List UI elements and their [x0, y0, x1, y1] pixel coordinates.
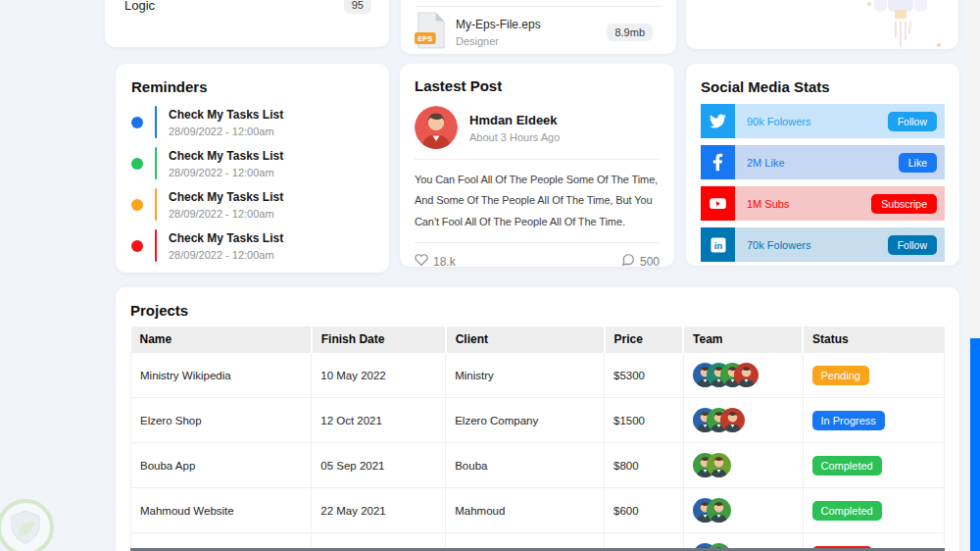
file-size-badge: 8.9mb: [607, 24, 653, 41]
reminder-color-bar: [155, 188, 157, 221]
project-price: $800: [605, 443, 684, 488]
social-stat-label: 1M Subs: [747, 198, 789, 210]
project-finish-date: 22 May 2021: [312, 488, 446, 533]
svg-text:in: in: [713, 241, 722, 251]
divider: [415, 242, 660, 243]
twitter-icon: [701, 104, 735, 138]
author-name: Hmdan Eldeek: [469, 113, 560, 127]
reminder-color-bar: [155, 229, 157, 262]
reminder-item: Check My Tasks List 28/09/2022 - 12:00am: [131, 188, 373, 221]
project-status-badge: Pending: [812, 366, 869, 385]
social-row: 2M Like Like: [701, 145, 945, 179]
project-price: $1500: [605, 398, 684, 443]
team-avatar: [707, 453, 731, 477]
reminder-color-bar: [155, 106, 157, 138]
eps-file-icon: EPS: [415, 12, 446, 53]
file-owner: Designer: [456, 35, 541, 47]
scrollbar-thumb[interactable]: [970, 338, 980, 551]
post-body: You Can Fool All Of The People Some Of T…: [415, 170, 660, 232]
reminders-list: Check My Tasks List 28/09/2022 - 12:00am…: [131, 106, 373, 262]
project-status-badge: Completed: [812, 456, 882, 476]
project-client: Bouba: [446, 443, 605, 488]
team-avatar: [734, 363, 759, 387]
project-finish-date: 12 Oct 2021: [312, 398, 446, 443]
search-item-count-badge: 95: [344, 0, 371, 14]
post-author-row: Hmdan Eldeek About 3 Hours Ago: [415, 106, 660, 149]
project-row: Mahmoud Website 22 May 2021 Mahmoud $600…: [131, 488, 945, 533]
project-status-badge: Completed: [812, 501, 882, 521]
comments-counter[interactable]: 500: [621, 253, 660, 270]
project-team: [693, 363, 794, 387]
reminder-title: Check My Tasks List: [169, 108, 283, 122]
project-finish-date: 05 Sep 2021: [312, 443, 446, 488]
file-row[interactable]: EPS My-Eps-File.eps Designer 8.9mb: [415, 12, 653, 53]
project-row: Bouba App 05 Sep 2021 Bouba $800 Complet…: [131, 443, 945, 488]
projects-table-body: Ministry Wikipedia 10 May 2022 Ministry …: [131, 353, 945, 551]
reminder-dot: [131, 240, 143, 252]
reminder-item: Check My Tasks List 28/09/2022 - 12:00am: [131, 106, 373, 138]
column-header: Client: [446, 326, 605, 353]
project-price: $600: [605, 488, 684, 533]
reminder-title: Check My Tasks List: [169, 190, 283, 204]
column-header: Team: [683, 326, 803, 353]
social-media-stats-card: Social Media Stats 90k Folowers Follow 2…: [686, 64, 959, 266]
post-title: Lastest Post: [415, 77, 660, 94]
social-stat-label: 90k Folowers: [747, 116, 810, 127]
social-title: Social Media Stats: [701, 78, 945, 95]
comments-count: 500: [640, 255, 660, 269]
linkedin-icon: in: [701, 227, 735, 262]
reminder-title: Check My Tasks List: [169, 149, 283, 163]
social-row: in 70k Folowers Follow: [701, 227, 945, 262]
latest-uploads-card: EPS My-Eps-File.eps Designer 8.9mb: [401, 0, 676, 54]
heart-icon: [415, 253, 428, 270]
reminders-title: Reminders: [131, 78, 373, 95]
reminder-datetime: 28/09/2022 - 12:00am: [169, 249, 283, 261]
comment-bubble-icon: [621, 253, 635, 270]
social-action-button[interactable]: Subscripe: [871, 194, 937, 214]
reminder-item: Check My Tasks List 28/09/2022 - 12:00am: [131, 229, 373, 262]
post-time: About 3 Hours Ago: [469, 131, 560, 143]
project-row: Elzero Shop 12 Oct 2021 Elzero Company $…: [131, 398, 945, 443]
divider: [416, 6, 662, 7]
social-action-button[interactable]: Follow: [888, 112, 937, 131]
project-name: Bouba App: [131, 443, 312, 488]
latest-post-card: Lastest Post Hmdan Eldeek About 3 Hours …: [400, 64, 674, 267]
projects-table: NameFinish DateClientPriceTeamStatus Min…: [130, 326, 945, 551]
project-client: Mahmoud: [446, 488, 605, 533]
social-list: 90k Folowers Follow 2M Like Like 1M Subs…: [701, 104, 945, 262]
project-row: Ministry Wikipedia 10 May 2022 Ministry …: [131, 353, 945, 398]
reminder-datetime: 28/09/2022 - 12:00am: [169, 125, 283, 137]
project-progress-card: [686, 0, 958, 49]
reminder-title: Check My Tasks List: [169, 231, 283, 245]
reminder-color-bar: [155, 147, 157, 179]
social-action-button[interactable]: Like: [899, 153, 937, 173]
post-footer: 18.k 500: [415, 253, 660, 270]
social-action-button[interactable]: Follow: [888, 235, 937, 255]
projects-card: Projects NameFinish DateClientPriceTeamS…: [116, 287, 959, 551]
svg-text:EPS: EPS: [417, 34, 432, 43]
social-row: 90k Folowers Follow: [701, 104, 945, 138]
team-avatar: [720, 408, 745, 432]
reminder-item: Check My Tasks List 28/09/2022 - 12:00am: [131, 147, 373, 179]
top-search-items-card: Logic 95: [105, 0, 389, 47]
column-header: Finish Date: [312, 326, 446, 353]
project-client: Elzero Company: [446, 398, 605, 443]
rocket-illustration: [866, 0, 943, 49]
reminder-datetime: 28/09/2022 - 12:00am: [169, 167, 283, 178]
reminder-dot: [131, 117, 143, 128]
reminder-dot: [131, 158, 143, 170]
reminders-card: Reminders Check My Tasks List 28/09/2022…: [116, 64, 389, 273]
projects-title: Projects: [130, 302, 945, 319]
reminder-datetime: 28/09/2022 - 12:00am: [169, 208, 283, 220]
reminder-dot: [131, 199, 143, 211]
project-name: Mahmoud Website: [131, 488, 312, 533]
project-price: $5300: [605, 353, 684, 398]
project-client: Ministry: [446, 353, 605, 398]
social-row: 1M Subs Subscripe: [701, 186, 945, 221]
column-header: Price: [605, 326, 684, 353]
search-item-row: Logic 95: [124, 0, 371, 14]
project-team: [693, 453, 794, 477]
file-name: My-Eps-File.eps: [456, 18, 541, 31]
column-header: Name: [131, 326, 312, 353]
likes-counter[interactable]: 18.k: [415, 253, 456, 270]
